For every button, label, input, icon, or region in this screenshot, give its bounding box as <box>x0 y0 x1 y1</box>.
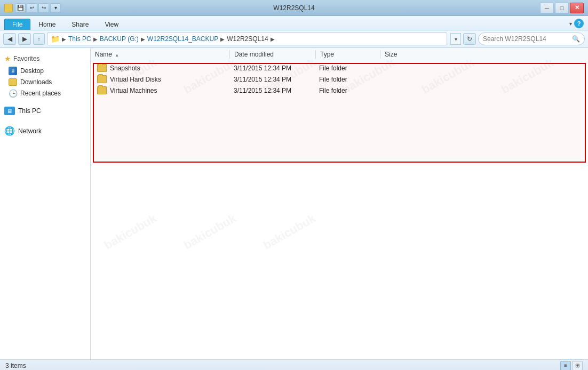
sidebar-item-desktop[interactable]: 🖥 Desktop <box>0 65 90 77</box>
column-headers: Name ▲ Date modified Type Size <box>91 48 588 61</box>
title-bar: 💾 ↩ ↪ ▾ W12R2SQL14 ─ □ ✕ <box>0 0 588 16</box>
sidebar: ★ Favorites 🖥 Desktop Downloads 🕒 Recent… <box>0 48 91 359</box>
folder-icon-3 <box>97 86 107 94</box>
table-row[interactable]: Snapshots 3/11/2015 12:34 PM File folder <box>91 62 588 74</box>
sidebar-item-label-downloads: Downloads <box>20 78 52 86</box>
tab-share[interactable]: Share <box>63 19 97 30</box>
breadcrumb-backup-folder[interactable]: W12R2SQL14_BACKUP <box>147 35 218 43</box>
col-header-date[interactable]: Date modified <box>230 50 315 59</box>
tab-file[interactable]: File <box>4 19 30 30</box>
sep-2: ▶ <box>93 36 98 42</box>
help-button[interactable]: ? <box>574 19 584 28</box>
search-input[interactable] <box>483 35 570 43</box>
file-name-cell-3: Virtual Machines <box>91 86 229 94</box>
tab-home[interactable]: Home <box>30 19 63 30</box>
title-bar-left: 💾 ↩ ↪ ▾ <box>4 3 61 13</box>
file-list: Snapshots 3/11/2015 12:34 PM File folder… <box>91 61 588 97</box>
address-bar[interactable]: 📁 ▶ This PC ▶ BACKUP (G:) ▶ W12R2SQL14_B… <box>47 33 447 45</box>
file-type-cell-3: File folder <box>315 87 379 94</box>
monitor-icon-inner: 🖥 <box>7 108 12 114</box>
address-bar-row: ◀ ▶ ↑ 📁 ▶ This PC ▶ BACKUP (G:) ▶ W12R2S… <box>0 30 588 48</box>
file-name-cell-2: Virtual Hard Disks <box>91 75 229 83</box>
maximize-button[interactable]: □ <box>555 3 569 13</box>
forward-icon: ▶ <box>22 35 27 43</box>
desktop-icon-inner: 🖥 <box>11 69 15 74</box>
sep-1: ▶ <box>62 36 66 42</box>
downloads-folder-icon <box>9 78 17 86</box>
star-icon: ★ <box>4 54 11 63</box>
network-label: Network <box>18 127 42 135</box>
sidebar-divider-1 <box>0 99 90 103</box>
this-pc-label: This PC <box>18 107 41 115</box>
breadcrumb-current: W12R2SQL14 <box>227 35 268 43</box>
back-button[interactable]: ◀ <box>3 33 16 45</box>
sep-3: ▶ <box>141 36 145 42</box>
main-container: ★ Favorites 🖥 Desktop Downloads 🕒 Recent… <box>0 48 588 359</box>
ribbon-collapse-icon[interactable]: ▾ <box>569 21 572 27</box>
file-type-cell-1: File folder <box>315 65 379 72</box>
file-date-cell-1: 3/11/2015 12:34 PM <box>229 65 315 72</box>
col-header-size[interactable]: Size <box>380 50 434 59</box>
watermark-text-9: bakicubuk <box>241 188 338 276</box>
table-row[interactable]: Virtual Machines 3/11/2015 12:34 PM File… <box>91 85 588 96</box>
qs-dropdown-btn[interactable]: ▾ <box>50 3 61 13</box>
address-dropdown-button[interactable]: ▾ <box>450 33 461 45</box>
breadcrumb-backup[interactable]: BACKUP (G:) <box>100 35 139 43</box>
file-area: bakicubuk bakicubuk bakicubuk bakicubuk … <box>91 48 588 359</box>
network-icon: 🌐 <box>4 126 15 136</box>
qs-undo-btn[interactable]: ↩ <box>27 3 37 13</box>
search-icon: 🔍 <box>572 35 580 43</box>
view-tiles-button[interactable]: ⊞ <box>572 361 583 371</box>
col-header-type[interactable]: Type <box>316 50 380 59</box>
view-details-button[interactable]: ≡ <box>560 361 571 371</box>
folder-icon-1 <box>97 64 107 72</box>
watermark-text-7: bakicubuk <box>91 188 179 276</box>
file-type-cell-2: File folder <box>315 76 379 83</box>
item-count: 3 items <box>5 362 26 369</box>
view-buttons: ≡ ⊞ <box>560 361 583 371</box>
desktop-icon: 🖥 <box>9 67 17 75</box>
recent-icon: 🕒 <box>9 89 17 98</box>
sidebar-item-recent[interactable]: 🕒 Recent places <box>0 87 90 99</box>
ribbon-right-controls: ▾ ? <box>569 19 584 30</box>
tab-view[interactable]: View <box>97 19 126 30</box>
quick-access-toolbar: 💾 ↩ ↪ ▾ <box>15 3 61 13</box>
app-icon <box>4 4 13 12</box>
file-date-cell-3: 3/11/2015 12:34 PM <box>229 87 315 94</box>
breadcrumb-folder-icon: 📁 <box>51 35 60 43</box>
up-icon: ↑ <box>38 36 41 42</box>
folder-icon-2 <box>97 75 107 83</box>
sep-5: ▶ <box>271 36 275 42</box>
sidebar-item-downloads[interactable]: Downloads <box>0 77 90 87</box>
this-pc-icon: 🖥 <box>4 107 15 115</box>
refresh-button[interactable]: ↻ <box>463 33 476 45</box>
sort-arrow-name: ▲ <box>115 53 119 58</box>
col-header-name[interactable]: Name ▲ <box>91 50 229 59</box>
ribbon-tab-bar: File Home Share View ▾ ? <box>0 16 588 30</box>
sidebar-item-network[interactable]: 🌐 Network <box>0 123 90 139</box>
minimize-button[interactable]: ─ <box>540 3 554 13</box>
sidebar-item-this-pc[interactable]: 🖥 This PC <box>0 103 90 118</box>
file-name-cell-1: Snapshots <box>91 64 229 72</box>
watermark-text-8: bakicubuk <box>161 188 258 276</box>
sidebar-divider-2 <box>0 118 90 123</box>
search-box[interactable]: 🔍 <box>478 33 585 45</box>
up-button[interactable]: ↑ <box>33 33 45 45</box>
forward-button[interactable]: ▶ <box>18 33 31 45</box>
sidebar-item-label-desktop: Desktop <box>20 67 44 75</box>
qs-redo-btn[interactable]: ↪ <box>38 3 49 13</box>
sidebar-item-label-recent: Recent places <box>20 90 61 97</box>
window-controls: ─ □ ✕ <box>540 3 584 13</box>
close-button[interactable]: ✕ <box>570 3 584 13</box>
status-bar: 3 items ≡ ⊞ <box>0 359 588 370</box>
ribbon: File Home Share View ▾ ? <box>0 16 588 30</box>
favorites-header[interactable]: ★ Favorites <box>0 52 90 65</box>
file-date-cell-2: 3/11/2015 12:34 PM <box>229 76 315 83</box>
sep-4: ▶ <box>220 36 225 42</box>
favorites-label: Favorites <box>13 55 39 62</box>
window-title: W12R2SQL14 <box>273 4 314 12</box>
breadcrumb-this-pc[interactable]: This PC <box>68 35 91 43</box>
qs-save-btn[interactable]: 💾 <box>15 3 26 13</box>
table-row[interactable]: Virtual Hard Disks 3/11/2015 12:34 PM Fi… <box>91 74 588 85</box>
back-icon: ◀ <box>7 35 12 43</box>
